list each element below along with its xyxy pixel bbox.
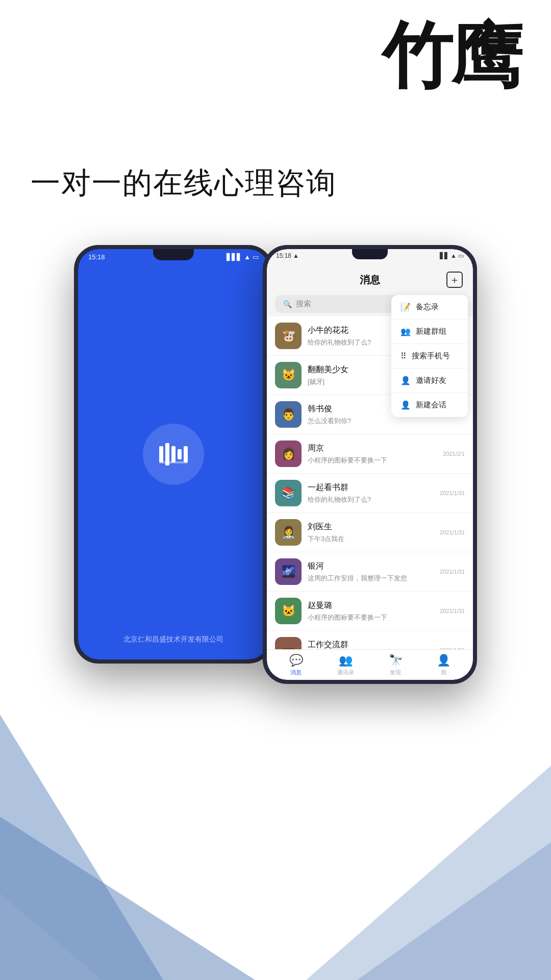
chat-info-7: 赵曼璐 小程序的图标要不要换一下 bbox=[308, 600, 434, 622]
right-phone-time: 15:18 bbox=[276, 252, 291, 259]
tab-me-label: 我 bbox=[441, 669, 446, 676]
chat-preview-6: 这周的工作安排，我整理一下发您 bbox=[308, 574, 434, 583]
tab-contacts-label: 通讯录 bbox=[337, 669, 354, 676]
chat-item-6[interactable]: 🌌 银河 这周的工作安排，我整理一下发您 2021/1/31 bbox=[267, 552, 473, 592]
location-icon: ▲ bbox=[293, 252, 299, 259]
chat-info-6: 银河 这周的工作安排，我整理一下发您 bbox=[308, 561, 434, 583]
tab-me[interactable]: 👤 我 bbox=[437, 654, 450, 676]
avatar-2: 👨 bbox=[275, 401, 302, 428]
dropdown-label-search-phone: 搜索手机号 bbox=[412, 351, 450, 361]
avatar-7: 🐱 bbox=[275, 598, 302, 624]
dropdown-item-search-phone[interactable]: ⠿ 搜索手机号 bbox=[391, 344, 468, 369]
chat-meta-7: 2021/1/31 bbox=[440, 608, 465, 614]
dropdown-label-invite: 邀请好友 bbox=[416, 376, 446, 385]
chat-info-5: 刘医生 下午3点我在 bbox=[308, 522, 434, 544]
avatar-8: 💼 bbox=[275, 637, 302, 649]
dropdown-label-memo: 备忘录 bbox=[416, 302, 439, 312]
search-placeholder: 搜索 bbox=[296, 299, 311, 309]
right-phone: 15:18 ▲ ▋▋ ▲ ▭ 消息 ＋ 🔍 搜索 bbox=[263, 245, 477, 684]
dropdown-item-memo[interactable]: 📝 备忘录 bbox=[391, 295, 468, 320]
add-button[interactable]: ＋ bbox=[446, 272, 463, 288]
left-phone-status-bar: 15:18 ▋▋▋ ▲ ▭ bbox=[88, 253, 259, 261]
avatar-1: 😺 bbox=[275, 362, 302, 388]
chat-name-4: 一起看书群 bbox=[308, 482, 434, 493]
invite-icon: 👤 bbox=[400, 376, 411, 385]
right-phone-time-area: 15:18 ▲ bbox=[276, 252, 299, 259]
chat-time-7: 2021/1/31 bbox=[440, 608, 465, 614]
chat-name-3: 周京 bbox=[308, 443, 437, 454]
me-tab-icon: 👤 bbox=[437, 654, 450, 667]
search-phone-icon: ⠿ bbox=[400, 351, 407, 361]
chat-item-7[interactable]: 🐱 赵曼璐 小程序的图标要不要换一下 2021/1/31 bbox=[267, 592, 473, 631]
logo-text: 竹鹰 bbox=[382, 20, 520, 92]
chat-info-3: 周京 小程序的图标要不要换一下 bbox=[308, 443, 437, 465]
left-phone-time: 15:18 bbox=[88, 253, 105, 261]
tab-messages[interactable]: 💬 消息 bbox=[289, 654, 303, 676]
chat-name-7: 赵曼璐 bbox=[308, 600, 434, 611]
chat-time-4: 2021/1/31 bbox=[440, 490, 465, 496]
dropdown-label-new-chat: 新建会话 bbox=[416, 400, 446, 410]
new-chat-icon: 👤 bbox=[400, 400, 411, 410]
right-phone-status-bar: 15:18 ▲ ▋▋ ▲ ▭ bbox=[276, 252, 464, 259]
right-battery-icon: ▭ bbox=[458, 252, 464, 259]
signal-icon: ▋▋▋ bbox=[227, 253, 242, 261]
search-icon: 🔍 bbox=[283, 300, 292, 308]
chat-item-5[interactable]: 👩‍⚕️ 刘医生 下午3点我在 2021/1/31 bbox=[267, 513, 473, 552]
left-phone-screen: 15:18 ▋▋▋ ▲ ▭ bbox=[78, 249, 269, 659]
chat-header: 消息 ＋ bbox=[267, 263, 473, 293]
chat-info-8: 工作交流群 小程序的图标要不要换一下 bbox=[308, 640, 434, 650]
chat-time-5: 2021/1/31 bbox=[440, 529, 465, 535]
chat-preview-7: 小程序的图标要不要换一下 bbox=[308, 613, 434, 622]
chat-item-8[interactable]: 💼 工作交流群 小程序的图标要不要换一下 2021/1/31 bbox=[267, 631, 473, 649]
chat-meta-6: 2021/1/31 bbox=[440, 569, 465, 575]
avatar-3: 👩 bbox=[275, 440, 302, 467]
dropdown-item-new-chat[interactable]: 👤 新建会话 bbox=[391, 393, 468, 417]
avatar-0: 🐮 bbox=[275, 323, 302, 349]
svg-rect-7 bbox=[171, 446, 176, 462]
logo-svg-icon bbox=[155, 436, 192, 473]
wifi-icon: ▲ bbox=[244, 253, 251, 261]
discover-tab-icon: 🔭 bbox=[389, 654, 403, 667]
chat-info-4: 一起看书群 给你的礼物收到了么? bbox=[308, 482, 434, 504]
new-group-icon: 👥 bbox=[400, 327, 411, 336]
left-phone-footer: 北京仁和昌盛技术开发有限公司 bbox=[123, 635, 223, 644]
tab-messages-label: 消息 bbox=[290, 669, 302, 676]
chat-meta-5: 2021/1/31 bbox=[440, 529, 465, 535]
chat-meta-4: 2021/1/31 bbox=[440, 490, 465, 496]
svg-marker-2 bbox=[0, 893, 102, 980]
chat-preview-5: 下午3点我在 bbox=[308, 534, 434, 544]
tab-discover[interactable]: 🔭 发现 bbox=[389, 654, 403, 676]
svg-marker-0 bbox=[0, 715, 163, 980]
logo-area: 竹鹰 bbox=[382, 20, 520, 92]
dropdown-item-invite[interactable]: 👤 邀请好友 bbox=[391, 369, 468, 393]
dropdown-menu: 📝 备忘录 👥 新建群组 ⠿ 搜索手机号 👤 邀请好友 👤 新建会话 bbox=[391, 295, 468, 417]
avatar-6: 🌌 bbox=[275, 558, 302, 585]
left-phone-status-icons: ▋▋▋ ▲ ▭ bbox=[227, 253, 259, 261]
right-phone-status-icons: ▋▋ ▲ ▭ bbox=[440, 252, 464, 259]
battery-icon: ▭ bbox=[253, 253, 259, 261]
svg-marker-3 bbox=[306, 766, 551, 980]
avatar-5: 👩‍⚕️ bbox=[275, 519, 302, 546]
svg-rect-10 bbox=[159, 461, 188, 463]
right-phone-screen: 15:18 ▲ ▋▋ ▲ ▭ 消息 ＋ 🔍 搜索 bbox=[267, 249, 473, 680]
memo-icon: 📝 bbox=[400, 302, 411, 312]
chat-item-4[interactable]: 📚 一起看书群 给你的礼物收到了么? 2021/1/31 bbox=[267, 474, 473, 513]
contacts-tab-icon: 👥 bbox=[339, 654, 353, 667]
left-phone: 15:18 ▋▋▋ ▲ ▭ bbox=[74, 245, 273, 664]
svg-rect-8 bbox=[178, 449, 182, 459]
chat-preview-4: 给你的礼物收到了么? bbox=[308, 495, 434, 504]
svg-rect-9 bbox=[184, 446, 188, 462]
svg-marker-1 bbox=[0, 817, 255, 980]
avatar-4: 📚 bbox=[275, 480, 302, 506]
dropdown-label-new-group: 新建群组 bbox=[416, 327, 446, 336]
tab-bar: 💬 消息 👥 通讯录 🔭 发现 👤 我 bbox=[267, 649, 473, 680]
dropdown-item-new-group[interactable]: 👥 新建群组 bbox=[391, 320, 468, 344]
chat-header-title: 消息 bbox=[293, 273, 446, 287]
chat-preview-3: 小程序的图标要不要换一下 bbox=[308, 456, 437, 465]
chat-time-6: 2021/1/31 bbox=[440, 569, 465, 575]
chat-name-6: 银河 bbox=[308, 561, 434, 572]
chat-meta-3: 2021/2/1 bbox=[443, 451, 465, 457]
chat-preview-2: 怎么没看到你? bbox=[308, 416, 459, 426]
tab-contacts[interactable]: 👥 通讯录 bbox=[337, 654, 354, 676]
chat-item-3[interactable]: 👩 周京 小程序的图标要不要换一下 2021/2/1 bbox=[267, 434, 473, 474]
